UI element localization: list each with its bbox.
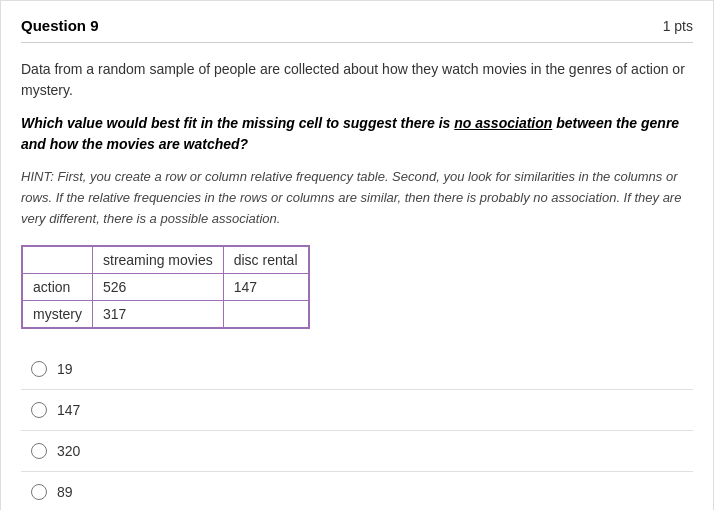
table-row-action: action 526 147: [22, 274, 309, 301]
option-item-2[interactable]: 320: [21, 431, 693, 472]
option-label-3: 89: [57, 484, 73, 500]
question-container: Question 9 1 pts Data from a random samp…: [0, 0, 714, 510]
table-cell-action-label: action: [22, 274, 93, 301]
table-cell-action-disc: 147: [223, 274, 308, 301]
hint-text: HINT: First, you create a row or column …: [21, 167, 693, 229]
radio-3[interactable]: [31, 484, 47, 500]
option-label-0: 19: [57, 361, 73, 377]
question-main: Which value would best fit in the missin…: [21, 113, 693, 155]
data-table: streaming movies disc rental action 526 …: [21, 245, 310, 329]
question-header: Question 9 1 pts: [21, 17, 693, 43]
question-pts: 1 pts: [663, 18, 693, 34]
table-header-streaming: streaming movies: [93, 246, 224, 274]
option-item-3[interactable]: 89: [21, 472, 693, 510]
table-cell-mystery-streaming: 317: [93, 301, 224, 329]
options-list: 19 147 320 89: [21, 349, 693, 510]
radio-2[interactable]: [31, 443, 47, 459]
question-pre: Which value would best fit in the missin…: [21, 115, 454, 131]
radio-0[interactable]: [31, 361, 47, 377]
option-item-0[interactable]: 19: [21, 349, 693, 390]
radio-1[interactable]: [31, 402, 47, 418]
table-cell-action-streaming: 526: [93, 274, 224, 301]
table-header-empty: [22, 246, 93, 274]
option-label-2: 320: [57, 443, 80, 459]
option-item-1[interactable]: 147: [21, 390, 693, 431]
table-header-disc: disc rental: [223, 246, 308, 274]
table-row-mystery: mystery 317: [22, 301, 309, 329]
option-label-1: 147: [57, 402, 80, 418]
question-description: Data from a random sample of people are …: [21, 59, 693, 101]
question-underline: no association: [454, 115, 552, 131]
table-cell-mystery-disc: [223, 301, 308, 329]
question-title: Question 9: [21, 17, 99, 34]
table-cell-mystery-label: mystery: [22, 301, 93, 329]
